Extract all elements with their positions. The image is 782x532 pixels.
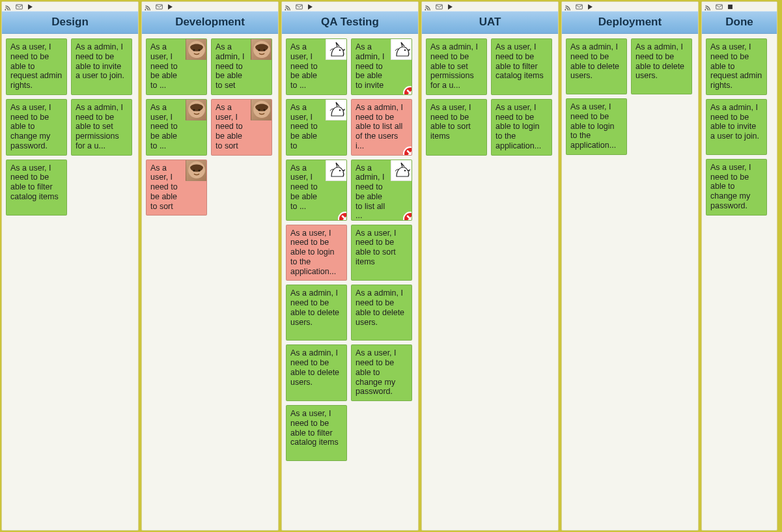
avatar[interactable] [326, 160, 346, 181]
column-body[interactable]: As a admin, I need to be able to delete … [562, 35, 698, 159]
card[interactable]: As a user, I need to be able to ... [286, 38, 347, 95]
card[interactable]: As a user, I need to be able to sort [211, 99, 272, 156]
card[interactable]: As a admin, I need to be able to delete … [566, 38, 627, 94]
column-title[interactable]: QA Testing [282, 11, 418, 34]
rss-icon[interactable] [285, 3, 292, 10]
card[interactable]: As a admin, I need to be able to delete … [631, 38, 692, 94]
card[interactable]: As a admin, I need to be able to set per… [426, 38, 487, 95]
column-title[interactable]: UAT [422, 11, 558, 34]
card-text: As a admin, I need to be able to set [216, 42, 248, 91]
card[interactable]: As a admin, I need to be able to list al… [351, 160, 412, 221]
rss-icon[interactable] [425, 3, 432, 10]
error-icon [403, 212, 412, 221]
mail-icon[interactable] [296, 3, 303, 10]
column-toolbar [702, 2, 777, 11]
card-text: As a user, I need to be able to sort ite… [430, 103, 482, 141]
column-toolbar [562, 2, 698, 11]
column-title[interactable]: Development [142, 11, 278, 34]
column-body[interactable]: As a user, I need to be able to request … [702, 35, 777, 219]
column-body[interactable]: As a admin, I need to be able to set per… [422, 35, 558, 160]
avatar[interactable] [186, 100, 206, 120]
column-title[interactable]: Design [2, 11, 138, 34]
card-text: As a admin, I need to be able to invite [356, 42, 388, 91]
card[interactable]: As a user, I need to be able to login to… [286, 225, 347, 281]
card-text: As a admin, I need to be able to delete … [290, 288, 342, 327]
card[interactable]: As a admin, I need to be able to delete … [286, 344, 347, 401]
card-text: As a user, I need to be able to ... [290, 42, 323, 91]
card[interactable]: As a user, I need to be able to [286, 99, 347, 156]
play-icon[interactable] [27, 3, 34, 10]
card-text: As a user, I need to be able to ... [290, 163, 323, 212]
avatar[interactable] [326, 100, 346, 120]
avatar[interactable] [186, 160, 206, 181]
rss-icon[interactable] [5, 3, 12, 10]
play-icon[interactable] [587, 3, 594, 10]
card[interactable]: As a admin, I need to be able to set per… [71, 99, 132, 156]
card[interactable]: As a admin, I need to be able to invite [351, 38, 412, 95]
column-body[interactable]: As a user, I need to be able to request … [2, 35, 138, 219]
rss-icon[interactable] [565, 3, 572, 10]
column-title[interactable]: Deployment [562, 11, 698, 34]
card-text: As a admin, I need to be able to invite … [710, 103, 762, 141]
card-text: As a user, I need to be able to login to… [570, 102, 622, 150]
card[interactable]: As a admin, I need to be able to invite … [71, 38, 132, 95]
card[interactable]: As a user, I need to be able to filter c… [6, 160, 67, 216]
avatar[interactable] [251, 39, 272, 60]
column-toolbar [282, 2, 418, 11]
card[interactable]: As a user, I need to be able to sort [146, 160, 207, 216]
card[interactable]: As a admin, I need to be able to delete … [351, 285, 412, 341]
play-icon[interactable] [447, 3, 454, 10]
column-body[interactable]: As a user, I need to be able to ...As a … [142, 35, 278, 219]
avatar[interactable] [391, 39, 412, 60]
avatar[interactable] [326, 39, 346, 60]
card[interactable]: As a admin, I need to be able to invite … [706, 99, 767, 155]
play-icon[interactable] [307, 3, 314, 10]
avatar[interactable] [251, 100, 272, 120]
card[interactable]: As a user, I need to be able to filter c… [286, 405, 347, 461]
card-text: As a admin, I need to be able to set per… [76, 103, 128, 151]
column-development: DevelopmentAs a user, I need to be able … [141, 1, 279, 531]
card-text: As a user, I need to be able to sort [216, 103, 248, 151]
mail-icon[interactable] [16, 3, 23, 10]
card[interactable]: As a user, I need to be able to filter c… [491, 38, 552, 95]
column-toolbar [422, 2, 558, 11]
card[interactable]: As a user, I need to be able to ... [146, 38, 207, 95]
rss-icon[interactable] [705, 3, 712, 10]
mail-icon[interactable] [156, 3, 163, 10]
mail-icon[interactable] [716, 3, 723, 10]
card-text: As a admin, I need to be able to set per… [430, 42, 482, 91]
card[interactable]: As a user, I need to be able to request … [706, 38, 767, 95]
avatar[interactable] [186, 39, 206, 60]
column-title[interactable]: Done [702, 11, 777, 34]
column-body[interactable]: As a user, I need to be able to ...As a … [282, 35, 418, 465]
card[interactable]: As a user, I need to be able to sort ite… [351, 225, 412, 281]
mail-icon[interactable] [436, 3, 443, 10]
card[interactable]: As a user, I need to be able to login to… [566, 98, 627, 155]
card[interactable]: As a user, I need to be able to sort ite… [426, 99, 487, 156]
card-text: As a user, I need to be able to filter c… [290, 409, 342, 447]
card[interactable]: As a admin, I need to be able to list al… [351, 99, 412, 156]
avatar[interactable] [391, 160, 412, 181]
card-text: As a admin, I need to be able to list al… [356, 103, 408, 151]
card[interactable]: As a user, I need to be able to change m… [6, 99, 67, 156]
play-icon[interactable] [167, 3, 174, 10]
card-text: As a admin, I need to be able to delete … [570, 42, 622, 81]
card[interactable]: As a admin, I need to be able to set [211, 38, 272, 95]
card[interactable]: As a user, I need to be able to ... [146, 99, 207, 156]
stop-icon[interactable] [727, 3, 734, 10]
card[interactable]: As a user, I need to be able to ... [286, 160, 347, 221]
card[interactable]: As a user, I need to be able to login to… [491, 99, 552, 156]
rss-icon[interactable] [145, 3, 152, 10]
card[interactable]: As a admin, I need to be able to delete … [286, 285, 347, 341]
card-text: As a user, I need to be able to request … [710, 42, 762, 91]
error-icon [403, 147, 412, 156]
card-text: As a user, I need to be able to request … [10, 42, 63, 91]
column-toolbar [2, 2, 138, 11]
card[interactable]: As a user, I need to be able to request … [6, 38, 67, 95]
card[interactable]: As a user, I need to be able to change m… [706, 159, 767, 216]
card-text: As a user, I need to be able to sort [150, 163, 183, 212]
card[interactable]: As a user, I need to be able to change m… [351, 344, 412, 401]
kanban-board: DesignAs a user, I need to be able to re… [1, 1, 781, 531]
card-text: As a user, I need to be able to ... [150, 42, 183, 91]
mail-icon[interactable] [576, 3, 583, 10]
